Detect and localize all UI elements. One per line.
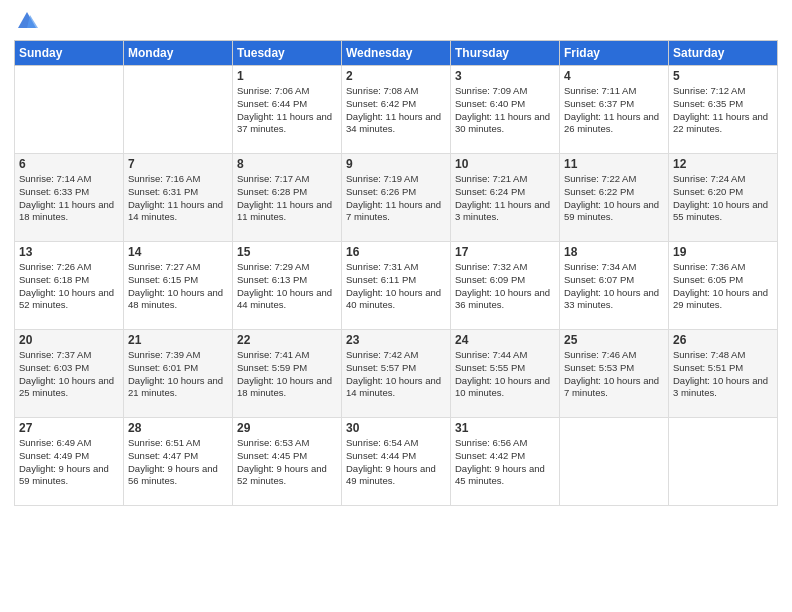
day-cell: 31Sunrise: 6:56 AMSunset: 4:42 PMDayligh… bbox=[451, 418, 560, 506]
header bbox=[14, 10, 778, 32]
day-cell: 23Sunrise: 7:42 AMSunset: 5:57 PMDayligh… bbox=[342, 330, 451, 418]
day-info: Sunrise: 7:32 AMSunset: 6:09 PMDaylight:… bbox=[455, 261, 555, 312]
day-number: 28 bbox=[128, 421, 228, 435]
calendar-container: SundayMondayTuesdayWednesdayThursdayFrid… bbox=[0, 0, 792, 612]
day-cell: 28Sunrise: 6:51 AMSunset: 4:47 PMDayligh… bbox=[124, 418, 233, 506]
day-info: Sunrise: 7:09 AMSunset: 6:40 PMDaylight:… bbox=[455, 85, 555, 136]
day-number: 1 bbox=[237, 69, 337, 83]
day-cell: 21Sunrise: 7:39 AMSunset: 6:01 PMDayligh… bbox=[124, 330, 233, 418]
day-number: 22 bbox=[237, 333, 337, 347]
day-info: Sunrise: 7:48 AMSunset: 5:51 PMDaylight:… bbox=[673, 349, 773, 400]
day-number: 25 bbox=[564, 333, 664, 347]
day-cell: 4Sunrise: 7:11 AMSunset: 6:37 PMDaylight… bbox=[560, 66, 669, 154]
day-number: 14 bbox=[128, 245, 228, 259]
day-info: Sunrise: 7:42 AMSunset: 5:57 PMDaylight:… bbox=[346, 349, 446, 400]
day-cell bbox=[669, 418, 778, 506]
day-header-thursday: Thursday bbox=[451, 41, 560, 66]
day-info: Sunrise: 6:53 AMSunset: 4:45 PMDaylight:… bbox=[237, 437, 337, 488]
logo-icon bbox=[16, 10, 38, 32]
day-info: Sunrise: 7:44 AMSunset: 5:55 PMDaylight:… bbox=[455, 349, 555, 400]
day-info: Sunrise: 7:27 AMSunset: 6:15 PMDaylight:… bbox=[128, 261, 228, 312]
day-info: Sunrise: 7:39 AMSunset: 6:01 PMDaylight:… bbox=[128, 349, 228, 400]
day-number: 7 bbox=[128, 157, 228, 171]
day-cell bbox=[124, 66, 233, 154]
day-number: 3 bbox=[455, 69, 555, 83]
day-info: Sunrise: 7:22 AMSunset: 6:22 PMDaylight:… bbox=[564, 173, 664, 224]
day-header-friday: Friday bbox=[560, 41, 669, 66]
day-number: 11 bbox=[564, 157, 664, 171]
day-cell: 24Sunrise: 7:44 AMSunset: 5:55 PMDayligh… bbox=[451, 330, 560, 418]
day-header-tuesday: Tuesday bbox=[233, 41, 342, 66]
day-cell: 22Sunrise: 7:41 AMSunset: 5:59 PMDayligh… bbox=[233, 330, 342, 418]
day-header-saturday: Saturday bbox=[669, 41, 778, 66]
day-number: 29 bbox=[237, 421, 337, 435]
week-row-5: 27Sunrise: 6:49 AMSunset: 4:49 PMDayligh… bbox=[15, 418, 778, 506]
day-cell: 10Sunrise: 7:21 AMSunset: 6:24 PMDayligh… bbox=[451, 154, 560, 242]
day-number: 21 bbox=[128, 333, 228, 347]
day-cell: 1Sunrise: 7:06 AMSunset: 6:44 PMDaylight… bbox=[233, 66, 342, 154]
day-info: Sunrise: 6:51 AMSunset: 4:47 PMDaylight:… bbox=[128, 437, 228, 488]
day-number: 2 bbox=[346, 69, 446, 83]
day-headers-row: SundayMondayTuesdayWednesdayThursdayFrid… bbox=[15, 41, 778, 66]
day-info: Sunrise: 6:56 AMSunset: 4:42 PMDaylight:… bbox=[455, 437, 555, 488]
day-info: Sunrise: 7:11 AMSunset: 6:37 PMDaylight:… bbox=[564, 85, 664, 136]
day-info: Sunrise: 7:46 AMSunset: 5:53 PMDaylight:… bbox=[564, 349, 664, 400]
day-info: Sunrise: 7:08 AMSunset: 6:42 PMDaylight:… bbox=[346, 85, 446, 136]
day-cell: 6Sunrise: 7:14 AMSunset: 6:33 PMDaylight… bbox=[15, 154, 124, 242]
day-cell bbox=[560, 418, 669, 506]
day-header-monday: Monday bbox=[124, 41, 233, 66]
day-number: 17 bbox=[455, 245, 555, 259]
day-number: 31 bbox=[455, 421, 555, 435]
day-number: 8 bbox=[237, 157, 337, 171]
day-header-sunday: Sunday bbox=[15, 41, 124, 66]
day-info: Sunrise: 6:54 AMSunset: 4:44 PMDaylight:… bbox=[346, 437, 446, 488]
day-cell: 27Sunrise: 6:49 AMSunset: 4:49 PMDayligh… bbox=[15, 418, 124, 506]
day-cell: 3Sunrise: 7:09 AMSunset: 6:40 PMDaylight… bbox=[451, 66, 560, 154]
day-cell: 29Sunrise: 6:53 AMSunset: 4:45 PMDayligh… bbox=[233, 418, 342, 506]
week-row-1: 1Sunrise: 7:06 AMSunset: 6:44 PMDaylight… bbox=[15, 66, 778, 154]
day-cell: 26Sunrise: 7:48 AMSunset: 5:51 PMDayligh… bbox=[669, 330, 778, 418]
day-cell: 8Sunrise: 7:17 AMSunset: 6:28 PMDaylight… bbox=[233, 154, 342, 242]
day-info: Sunrise: 7:16 AMSunset: 6:31 PMDaylight:… bbox=[128, 173, 228, 224]
week-row-2: 6Sunrise: 7:14 AMSunset: 6:33 PMDaylight… bbox=[15, 154, 778, 242]
day-info: Sunrise: 7:21 AMSunset: 6:24 PMDaylight:… bbox=[455, 173, 555, 224]
day-number: 18 bbox=[564, 245, 664, 259]
day-cell: 17Sunrise: 7:32 AMSunset: 6:09 PMDayligh… bbox=[451, 242, 560, 330]
week-row-3: 13Sunrise: 7:26 AMSunset: 6:18 PMDayligh… bbox=[15, 242, 778, 330]
day-info: Sunrise: 7:26 AMSunset: 6:18 PMDaylight:… bbox=[19, 261, 119, 312]
day-number: 26 bbox=[673, 333, 773, 347]
day-cell: 14Sunrise: 7:27 AMSunset: 6:15 PMDayligh… bbox=[124, 242, 233, 330]
day-info: Sunrise: 7:36 AMSunset: 6:05 PMDaylight:… bbox=[673, 261, 773, 312]
day-cell: 19Sunrise: 7:36 AMSunset: 6:05 PMDayligh… bbox=[669, 242, 778, 330]
day-number: 6 bbox=[19, 157, 119, 171]
day-info: Sunrise: 7:29 AMSunset: 6:13 PMDaylight:… bbox=[237, 261, 337, 312]
day-number: 24 bbox=[455, 333, 555, 347]
day-cell bbox=[15, 66, 124, 154]
day-info: Sunrise: 6:49 AMSunset: 4:49 PMDaylight:… bbox=[19, 437, 119, 488]
day-cell: 25Sunrise: 7:46 AMSunset: 5:53 PMDayligh… bbox=[560, 330, 669, 418]
calendar-table: SundayMondayTuesdayWednesdayThursdayFrid… bbox=[14, 40, 778, 506]
day-info: Sunrise: 7:17 AMSunset: 6:28 PMDaylight:… bbox=[237, 173, 337, 224]
day-number: 13 bbox=[19, 245, 119, 259]
day-number: 30 bbox=[346, 421, 446, 435]
logo bbox=[14, 10, 38, 32]
day-cell: 20Sunrise: 7:37 AMSunset: 6:03 PMDayligh… bbox=[15, 330, 124, 418]
day-header-wednesday: Wednesday bbox=[342, 41, 451, 66]
day-number: 9 bbox=[346, 157, 446, 171]
day-number: 23 bbox=[346, 333, 446, 347]
day-cell: 12Sunrise: 7:24 AMSunset: 6:20 PMDayligh… bbox=[669, 154, 778, 242]
day-info: Sunrise: 7:24 AMSunset: 6:20 PMDaylight:… bbox=[673, 173, 773, 224]
day-info: Sunrise: 7:34 AMSunset: 6:07 PMDaylight:… bbox=[564, 261, 664, 312]
day-info: Sunrise: 7:12 AMSunset: 6:35 PMDaylight:… bbox=[673, 85, 773, 136]
day-number: 27 bbox=[19, 421, 119, 435]
day-number: 12 bbox=[673, 157, 773, 171]
day-cell: 2Sunrise: 7:08 AMSunset: 6:42 PMDaylight… bbox=[342, 66, 451, 154]
day-info: Sunrise: 7:19 AMSunset: 6:26 PMDaylight:… bbox=[346, 173, 446, 224]
day-info: Sunrise: 7:06 AMSunset: 6:44 PMDaylight:… bbox=[237, 85, 337, 136]
day-cell: 11Sunrise: 7:22 AMSunset: 6:22 PMDayligh… bbox=[560, 154, 669, 242]
day-info: Sunrise: 7:37 AMSunset: 6:03 PMDaylight:… bbox=[19, 349, 119, 400]
day-cell: 15Sunrise: 7:29 AMSunset: 6:13 PMDayligh… bbox=[233, 242, 342, 330]
day-number: 5 bbox=[673, 69, 773, 83]
day-cell: 13Sunrise: 7:26 AMSunset: 6:18 PMDayligh… bbox=[15, 242, 124, 330]
day-cell: 16Sunrise: 7:31 AMSunset: 6:11 PMDayligh… bbox=[342, 242, 451, 330]
